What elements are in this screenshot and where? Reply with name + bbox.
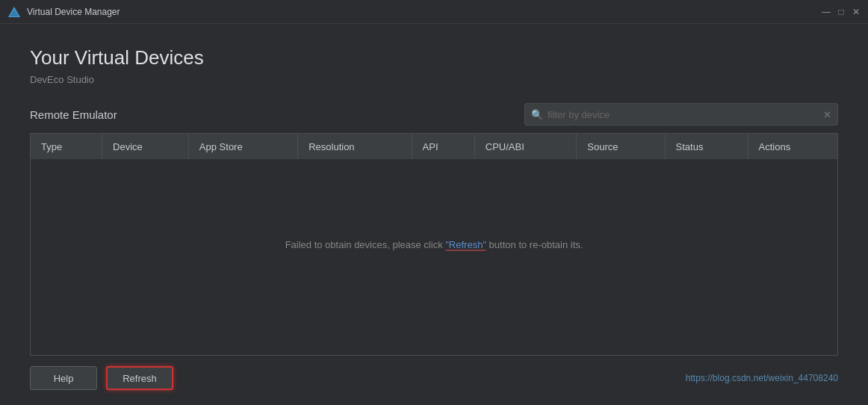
empty-message-prefix: Failed to obtain devices, please click bbox=[285, 239, 446, 250]
refresh-button[interactable]: Refresh bbox=[106, 366, 173, 390]
close-button[interactable]: ✕ bbox=[852, 7, 861, 16]
filter-input[interactable] bbox=[548, 109, 823, 120]
col-api: API bbox=[412, 134, 474, 159]
section-title: Remote Emulator bbox=[30, 108, 117, 121]
table-header-row: Type Device App Store Resolution API CPU… bbox=[31, 134, 837, 159]
window-controls: — □ ✕ bbox=[822, 7, 861, 16]
title-bar: Virtual Device Manager — □ ✕ bbox=[0, 0, 868, 24]
device-table-wrapper: Type Device App Store Resolution API CPU… bbox=[30, 133, 838, 356]
col-resolution: Resolution bbox=[298, 134, 412, 159]
empty-message-suffix: button to re-obtain its. bbox=[486, 239, 583, 250]
col-appstore: App Store bbox=[188, 134, 297, 159]
col-device: Device bbox=[102, 134, 189, 159]
col-type: Type bbox=[31, 134, 102, 159]
empty-refresh-link[interactable]: "Refresh" bbox=[445, 239, 486, 251]
app-logo bbox=[7, 5, 21, 19]
main-content: Your Virtual Devices DevEco Studio Remot… bbox=[0, 24, 868, 405]
device-table: Type Device App Store Resolution API CPU… bbox=[31, 134, 837, 159]
page-title: Your Virtual Devices bbox=[30, 46, 838, 69]
col-status: Status bbox=[665, 134, 748, 159]
restore-button[interactable]: □ bbox=[837, 7, 846, 16]
footer: Help Refresh https://blog.csdn.net/weixi… bbox=[30, 356, 838, 390]
title-bar-text: Virtual Device Manager bbox=[27, 7, 822, 17]
col-actions: Actions bbox=[748, 134, 837, 159]
minimize-button[interactable]: — bbox=[822, 7, 831, 16]
col-cpuabi: CPU/ABI bbox=[474, 134, 577, 159]
page-subtitle: DevEco Studio bbox=[30, 74, 838, 85]
col-source: Source bbox=[577, 134, 665, 159]
empty-state: Failed to obtain devices, please click "… bbox=[285, 239, 583, 250]
search-icon: 🔍 bbox=[531, 109, 543, 120]
footer-buttons: Help Refresh bbox=[30, 366, 173, 390]
footer-url: https://blog.csdn.net/weixin_44708240 bbox=[686, 373, 838, 383]
filter-clear-button[interactable]: ✕ bbox=[823, 110, 831, 120]
section-header: Remote Emulator 🔍 ✕ bbox=[30, 103, 838, 126]
help-button[interactable]: Help bbox=[30, 366, 97, 390]
filter-box[interactable]: 🔍 ✕ bbox=[524, 103, 838, 126]
